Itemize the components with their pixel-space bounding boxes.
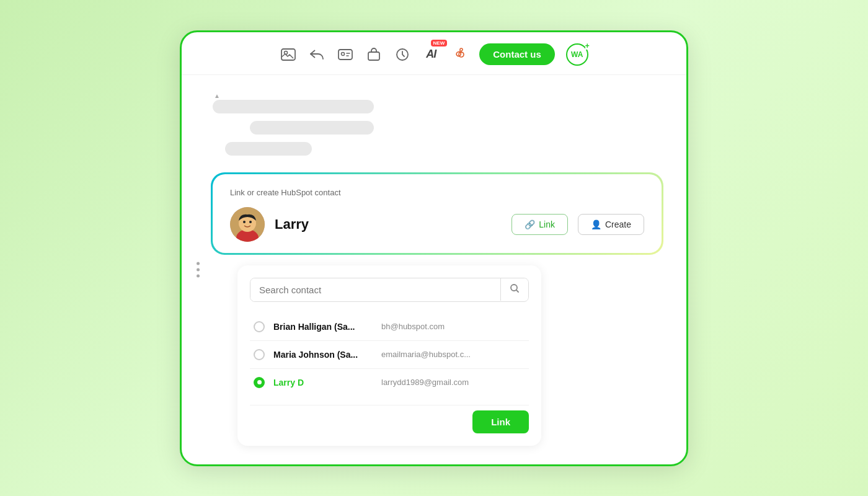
- search-panel-link-button[interactable]: Link: [472, 410, 529, 433]
- avatar: [230, 207, 265, 242]
- search-row: [250, 278, 529, 302]
- link-button[interactable]: 🔗 Link: [512, 214, 568, 235]
- reply-icon[interactable]: [308, 46, 326, 63]
- create-label: Create: [605, 219, 631, 229]
- radio-2[interactable]: [254, 349, 265, 360]
- contact-item-3[interactable]: Larry D larrydd1989@gmail.com: [250, 369, 529, 396]
- contact-item-1[interactable]: Brian Halligan (Sa... bh@hubspot.com: [250, 313, 529, 341]
- contact-item-2[interactable]: Maria Johnson (Sa... emailmaria@hubspot.…: [250, 341, 529, 369]
- wa-button[interactable]: WA: [566, 43, 588, 66]
- search-panel: Brian Halligan (Sa... bh@hubspot.com Mar…: [237, 265, 541, 446]
- svg-rect-0: [281, 49, 295, 60]
- radio-3[interactable]: [254, 377, 265, 388]
- svg-point-11: [249, 221, 252, 223]
- contact-info-3: Larry D larrydd1989@gmail.com: [273, 378, 525, 388]
- contact-info-1: Brian Halligan (Sa... bh@hubspot.com: [273, 322, 525, 332]
- panel-title: Link or create HubSpot contact: [230, 188, 644, 197]
- create-button[interactable]: 👤 Create: [578, 214, 644, 235]
- search-button[interactable]: [500, 278, 528, 301]
- contact-email-1: bh@hubspot.com: [381, 322, 445, 331]
- radio-1[interactable]: [254, 321, 265, 332]
- chat-bubble-2: [250, 121, 374, 135]
- chat-bubbles: [213, 100, 662, 156]
- content-area: ▲ Link or create HubSpot contact: [182, 75, 686, 464]
- contact-list: Brian Halligan (Sa... bh@hubspot.com Mar…: [250, 313, 529, 396]
- contact-email-2: emailmaria@hubspot.c...: [381, 350, 471, 359]
- toolbar: AI new Contact us WA: [182, 32, 686, 75]
- contact-name-1: Brian Halligan (Sa...: [273, 322, 373, 332]
- chat-bubble-1: [213, 100, 374, 113]
- contact-name-2: Maria Johnson (Sa...: [273, 350, 373, 360]
- link-icon: 🔗: [525, 219, 535, 229]
- person-card-icon[interactable]: [337, 46, 354, 63]
- svg-point-3: [342, 52, 345, 55]
- svg-rect-4: [368, 52, 379, 60]
- card-body: ▲ Link or create HubSpot contact: [182, 75, 686, 464]
- svg-point-10: [243, 221, 246, 223]
- search-input[interactable]: [250, 278, 500, 301]
- person-icon: 👤: [591, 219, 601, 229]
- hubspot-panel-wrapper: Link or create HubSpot contact: [213, 174, 662, 253]
- svg-rect-2: [339, 50, 352, 60]
- contact-name-3: Larry D: [273, 378, 373, 388]
- link-label: Link: [539, 219, 555, 229]
- wa-text: WA: [571, 50, 583, 59]
- image-icon[interactable]: [280, 46, 297, 63]
- hubspot-panel: Link or create HubSpot contact: [213, 174, 662, 253]
- bag-icon[interactable]: [365, 46, 383, 63]
- hubspot-logo-icon[interactable]: [451, 46, 468, 63]
- clock-icon[interactable]: [394, 46, 411, 63]
- search-panel-footer: Link: [250, 405, 529, 433]
- new-badge: new: [431, 40, 448, 46]
- contact-us-button[interactable]: Contact us: [479, 43, 555, 65]
- main-card: AI new Contact us WA ▲: [180, 30, 688, 466]
- contact-display-name: Larry: [275, 216, 502, 232]
- contact-info-2: Maria Johnson (Sa... emailmaria@hubspot.…: [273, 350, 525, 360]
- contact-row: Larry 🔗 Link 👤 Create: [230, 207, 644, 242]
- ai-text: AI: [426, 48, 436, 61]
- contact-email-3: larrydd1989@gmail.com: [381, 378, 469, 387]
- ai-icon[interactable]: AI new: [422, 46, 440, 63]
- chat-bubble-3: [225, 142, 312, 156]
- scroll-arrow: ▲: [214, 92, 220, 99]
